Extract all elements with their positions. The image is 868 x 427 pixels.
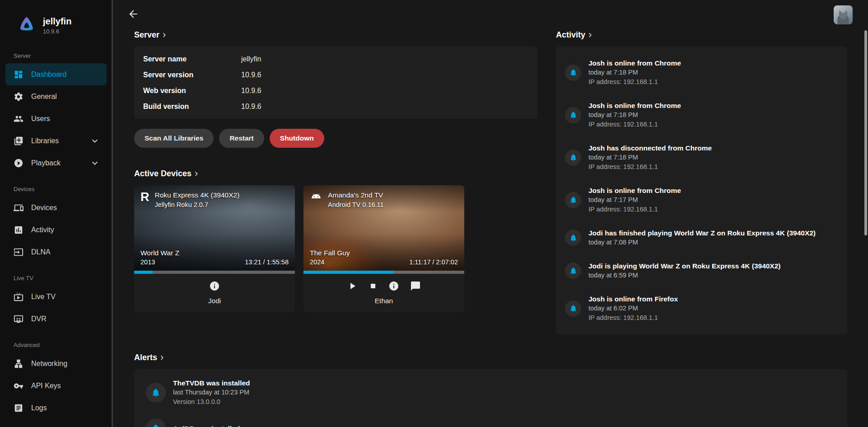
now-playing-backdrop: R Roku Express 4K (3940X2) Jellyfin Roku…	[134, 185, 295, 274]
activity-column: Activity › Josh is online from Chrome to…	[556, 30, 847, 334]
sidebar-section-advanced: Advanced	[0, 342, 113, 349]
sidebar-item-networking[interactable]: Networking	[5, 352, 107, 375]
sidebar-item-label: Activity	[31, 226, 54, 234]
sidebar-item-label: Users	[31, 115, 50, 123]
sidebar-item-label: Dashboard	[31, 70, 66, 79]
bell-icon	[565, 107, 581, 123]
chevron-right-icon: ›	[160, 353, 163, 362]
playback-progress-bar	[303, 271, 464, 274]
activity-chart-icon	[14, 225, 23, 235]
activity-time: today at 7:17 PM	[588, 195, 681, 205]
server-info-row: Web version 10.9.6	[143, 83, 528, 99]
sidebar: jellyfin 10.9.6 Server Dashboard General…	[0, 0, 113, 427]
sidebar-item-label: Playback	[31, 159, 61, 167]
stop-button[interactable]	[369, 282, 378, 291]
activity-title: Josh is online from Firefox	[588, 294, 678, 304]
sidebar-item-livetv[interactable]: Live TV	[5, 286, 107, 308]
sidebar-section-livetv: Live TV	[0, 275, 113, 282]
info-button[interactable]	[388, 281, 399, 291]
sidebar-item-general[interactable]: General	[5, 85, 107, 108]
activity-time: today at 7:18 PM	[588, 110, 681, 120]
now-playing-backdrop: Amanda's 2nd TV Android TV 0.16.11 The F…	[303, 185, 464, 274]
sidebar-item-apikeys[interactable]: API Keys	[5, 375, 107, 397]
bell-icon	[565, 263, 581, 279]
restart-button[interactable]: Restart	[219, 129, 264, 148]
info-button[interactable]	[209, 281, 220, 291]
media-year: 2013	[140, 258, 179, 267]
playback-time: 1:11:17 / 2:07:02	[409, 258, 458, 267]
field-value: 10.9.6	[241, 103, 528, 111]
activity-log-card: Josh is online from Chrome today at 7:18…	[556, 47, 847, 334]
dashboard-left-column: Server › Server name jellyfin Server ver…	[134, 30, 537, 312]
activity-time: today at 6:59 PM	[588, 271, 781, 280]
chevron-down-icon	[89, 158, 100, 169]
message-button[interactable]	[410, 281, 421, 291]
playback-progress-bar	[134, 271, 295, 274]
session-user-name: Jodi	[134, 297, 295, 305]
back-button[interactable]	[126, 7, 140, 21]
sidebar-item-users[interactable]: Libraries Users	[5, 108, 107, 130]
bell-icon	[565, 230, 581, 246]
sidebar-item-activity[interactable]: Activity	[5, 219, 107, 241]
play-button[interactable]	[347, 281, 358, 291]
gear-icon	[14, 92, 23, 102]
server-section-link[interactable]: Server ›	[134, 30, 537, 40]
users-icon	[14, 114, 23, 124]
client-app-name: Jellyfin Roku 2.0.7	[155, 200, 240, 209]
activity-detail: IP address: 192.168.1.1	[588, 120, 681, 129]
sidebar-item-label: Libraries	[31, 137, 59, 145]
chevron-right-icon: ›	[195, 169, 198, 178]
alert-time: last Thursday at 10:23 PM	[173, 388, 250, 397]
server-info-card: Server name jellyfin Server version 10.9…	[134, 47, 537, 119]
playback-time: 13:21 / 1:55:58	[245, 258, 289, 267]
device-name: Amanda's 2nd TV	[328, 191, 384, 200]
sidebar-item-label: API Keys	[31, 382, 61, 390]
alert-title: TheTVDB was installed	[173, 378, 250, 388]
live-tv-icon	[14, 292, 23, 302]
session-user-name: Ethan	[303, 297, 464, 305]
bell-icon	[565, 192, 581, 208]
activity-entry: Jodi has finished playing World War Z on…	[565, 228, 838, 247]
sidebar-item-devices[interactable]: Devices	[5, 197, 107, 219]
alerts-section: Alerts › TheTVDB was installed last Thur…	[134, 352, 847, 427]
activity-entry: Jodi is playing World War Z on Roku Expr…	[565, 261, 838, 280]
server-info-row: Server version 10.9.6	[143, 67, 528, 83]
active-devices-section-link[interactable]: Active Devices ›	[134, 169, 537, 178]
key-icon	[14, 381, 23, 391]
sidebar-item-label: Networking	[31, 360, 67, 368]
activity-section-link[interactable]: Activity ›	[556, 30, 847, 40]
sidebar-item-label: General	[31, 93, 57, 101]
alert-detail: Version 13.0.0.0	[173, 397, 250, 407]
activity-time: today at 6:02 PM	[588, 304, 678, 313]
activity-detail: IP address: 192.168.1.1	[588, 77, 681, 87]
bell-icon	[565, 65, 581, 81]
sidebar-item-logs[interactable]: Logs	[5, 397, 107, 419]
activity-time: today at 7:18 PM	[588, 153, 712, 162]
chevron-right-icon: ›	[163, 30, 166, 39]
page-scrollbar[interactable]	[864, 30, 867, 235]
sidebar-item-libraries[interactable]: Libraries	[5, 130, 107, 152]
activity-time: today at 7:08 PM	[588, 238, 816, 247]
sidebar-item-playback[interactable]: Playback	[5, 152, 107, 174]
alerts-section-link[interactable]: Alerts ›	[134, 352, 847, 362]
sidebar-item-dlna[interactable]: DLNA	[5, 241, 107, 263]
sidebar-item-dvr[interactable]: DVR	[5, 308, 107, 330]
scan-all-libraries-button[interactable]: Scan All Libraries	[134, 129, 214, 148]
bell-icon	[146, 418, 166, 427]
app-version: 10.9.6	[43, 28, 71, 35]
activity-entry: Josh is online from Chrome today at 7:17…	[565, 186, 838, 214]
media-year: 2024	[310, 258, 350, 267]
chevron-right-icon: ›	[588, 30, 592, 39]
alert-title: AniDB was installed	[173, 424, 240, 427]
field-label: Web version	[143, 87, 241, 95]
dashboard-icon	[14, 70, 23, 80]
device-name: Roku Express 4K (3940X2)	[155, 191, 240, 200]
bell-icon	[565, 150, 581, 166]
shutdown-button[interactable]: Shutdown	[270, 129, 324, 148]
user-avatar[interactable]	[834, 5, 853, 24]
activity-title: Josh is online from Chrome	[588, 101, 681, 110]
sidebar-section-server: Server	[0, 52, 113, 60]
activity-entry: Josh is online from Chrome today at 7:18…	[565, 101, 838, 129]
activity-title: Jodi is playing World War Z on Roku Expr…	[588, 261, 781, 271]
sidebar-item-dashboard[interactable]: Dashboard	[5, 63, 107, 85]
